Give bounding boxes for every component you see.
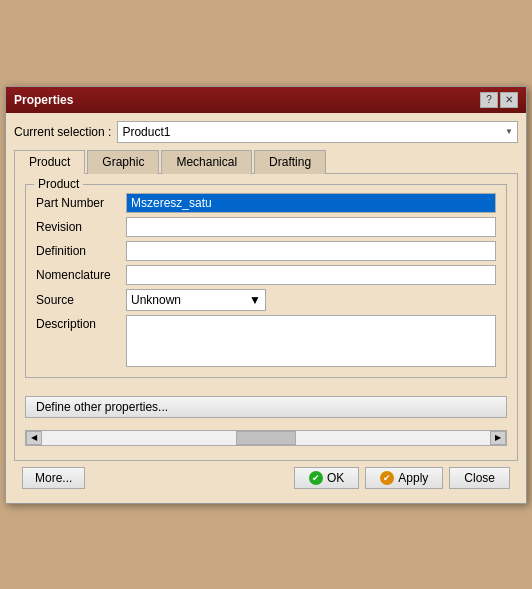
title-bar-buttons: ? ✕ — [480, 92, 518, 108]
bottom-bar: More... ✔ OK ✔ Apply Close — [14, 461, 518, 495]
scroll-thumb[interactable] — [236, 431, 296, 445]
scroll-left-button[interactable]: ◀ — [26, 431, 42, 445]
close-button[interactable]: Close — [449, 467, 510, 489]
definition-input[interactable] — [126, 241, 496, 261]
more-button[interactable]: More... — [22, 467, 85, 489]
source-value: Unknown — [131, 293, 181, 307]
source-label: Source — [36, 293, 126, 307]
part-number-label: Part Number — [36, 196, 126, 210]
tab-mechanical[interactable]: Mechanical — [161, 150, 252, 174]
combo-arrow-icon: ▼ — [505, 127, 513, 136]
current-selection-value: Product1 — [122, 125, 170, 139]
properties-dialog: Properties ? ✕ Current selection : Produ… — [5, 86, 527, 504]
tab-content-product: Product Part Number Revision Definition — [14, 174, 518, 461]
current-selection-row: Current selection : Product1 ▼ — [14, 121, 518, 143]
action-buttons: ✔ OK ✔ Apply Close — [294, 467, 510, 489]
part-number-row: Part Number — [36, 193, 496, 213]
apply-icon: ✔ — [380, 471, 394, 485]
source-combo-arrow-icon: ▼ — [249, 293, 261, 307]
description-row: Description — [36, 315, 496, 367]
product-group-legend: Product — [34, 177, 83, 191]
definition-row: Definition — [36, 241, 496, 261]
close-title-button[interactable]: ✕ — [500, 92, 518, 108]
tab-drafting[interactable]: Drafting — [254, 150, 326, 174]
define-properties-button[interactable]: Define other properties... — [25, 396, 507, 418]
revision-row: Revision — [36, 217, 496, 237]
apply-button[interactable]: ✔ Apply — [365, 467, 443, 489]
part-number-input[interactable] — [126, 193, 496, 213]
nomenclature-row: Nomenclature — [36, 265, 496, 285]
dialog-body: Current selection : Product1 ▼ Product G… — [6, 113, 526, 503]
ok-button[interactable]: ✔ OK — [294, 467, 359, 489]
help-button[interactable]: ? — [480, 92, 498, 108]
scroll-right-button[interactable]: ▶ — [490, 431, 506, 445]
source-row: Source Unknown ▼ — [36, 289, 496, 311]
nomenclature-input[interactable] — [126, 265, 496, 285]
tab-graphic[interactable]: Graphic — [87, 150, 159, 174]
current-selection-label: Current selection : — [14, 125, 111, 139]
tabs-row: Product Graphic Mechanical Drafting — [14, 149, 518, 174]
tab-product[interactable]: Product — [14, 150, 85, 174]
dialog-title: Properties — [14, 93, 73, 107]
description-label: Description — [36, 315, 126, 331]
source-combo[interactable]: Unknown ▼ — [126, 289, 266, 311]
title-bar: Properties ? ✕ — [6, 87, 526, 113]
revision-label: Revision — [36, 220, 126, 234]
nomenclature-label: Nomenclature — [36, 268, 126, 282]
description-input[interactable] — [126, 315, 496, 367]
definition-label: Definition — [36, 244, 126, 258]
scroll-track[interactable] — [42, 431, 490, 445]
ok-icon: ✔ — [309, 471, 323, 485]
product-group: Product Part Number Revision Definition — [25, 184, 507, 378]
revision-input[interactable] — [126, 217, 496, 237]
current-selection-combo[interactable]: Product1 ▼ — [117, 121, 518, 143]
horizontal-scrollbar[interactable]: ◀ ▶ — [25, 430, 507, 446]
